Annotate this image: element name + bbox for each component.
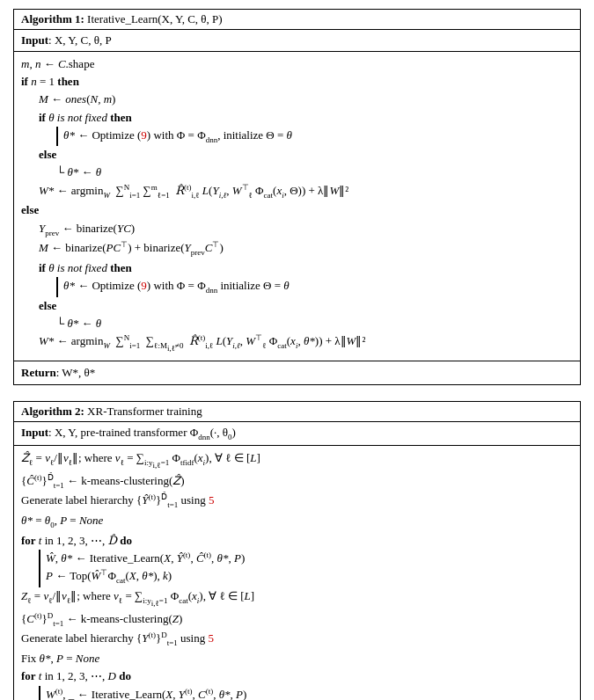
algo2-line-12: for t in 1, 2, 3, ⋯, D do [21, 667, 573, 685]
algo2-line-9: {C(t)}Dt=1 ← k-means-clustering(Z) [21, 610, 573, 631]
algorithm-2-box: Algorithm 2: XR-Transformer training Inp… [13, 401, 581, 700]
algo2-title-bold: Algorithm 2: [21, 405, 84, 418]
algo1-line-3: M ← ones(N, m) [21, 91, 573, 108]
algo2-line-7: P ← Top(Ŵ⊤Φcat(X, θ*), k) [21, 567, 573, 587]
algo1-line-10: Yprev ← binarize(YC) [21, 220, 573, 240]
algo1-line-9: else [21, 201, 573, 219]
algorithm-1-box: Algorithm 1: Iterative_Learn(X, Y, C, θ,… [13, 9, 581, 385]
algo2-line-3: Generate label hierarchy {Ŷ(t)}D̂t=1 usi… [21, 492, 573, 512]
algo2-line-10: Generate label hierarchy {Y(t)}Dt=1 usin… [21, 630, 573, 650]
algo1-input-label: Input [21, 32, 48, 49]
algo1-title-bold: Algorithm 1: [21, 12, 84, 26]
algo1-line-16: W* ← argminW ∑Ni=1 ∑ℓ:Mi,ℓ≠0 R̂(t)i,ℓ L(… [21, 332, 573, 355]
algo2-line-4: θ* = θ0, P = None [21, 512, 573, 532]
algo1-line-13: θ* ← Optimize (9) with Φ = Φdnn initiali… [21, 277, 573, 297]
algo2-line-11: Fix θ*, P = None [21, 650, 573, 667]
algo2-line-6: Ŵ, θ* ← Iterative_Learn(X, Ŷ(t), Ĉ(t), θ… [21, 550, 573, 567]
algo2-input-content: : X, Y, pre-trained transformer Φdnn(·, … [48, 424, 236, 444]
algo2-line-2: {Ĉ(t)}D̂t=1 ← k-means-clustering(Ẑ) [21, 472, 573, 492]
algo1-line-7: └ θ* ← θ [21, 164, 573, 181]
algo2-input-label: Input [21, 424, 48, 441]
algo1-line-11: M ← binarize(PC⊤) + binarize(YprevC⊤) [21, 239, 573, 259]
algo1-return-label: Return [21, 364, 56, 382]
algorithm-1-header: Algorithm 1: Iterative_Learn(X, Y, C, θ,… [14, 10, 580, 30]
algo1-title-rest: Iterative_Learn(X, Y, C, θ, P) [84, 12, 223, 26]
algo1-line-6: else [21, 146, 573, 164]
algo2-line-1: Ẑℓ = vℓ/‖vℓ‖; where vℓ = ∑i:yi,ℓ=1 Φtfid… [21, 449, 573, 471]
algo1-return-content: : W*, θ* [56, 364, 96, 382]
algo1-line-2: if n = 1 then [21, 73, 573, 91]
algo1-input-content: : X, Y, C, θ, P [48, 32, 112, 49]
algo1-line-4: if θ is not fixed then [21, 109, 573, 127]
algo1-line-8: W* ← argminW ∑Ni=1 ∑mℓ=1 R̂(t)i,ℓ L(Yi,ℓ… [21, 182, 573, 202]
algo2-line-8: Zℓ = vℓ/‖vℓ‖; where vℓ = ∑i:yi,ℓ=1 Φcat(… [21, 587, 573, 609]
algo2-title-rest: XR-Transformer training [84, 405, 202, 418]
algo2-input-row: Input : X, Y, pre-trained transformer Φd… [14, 422, 580, 447]
algo1-line-1: m, n ← C.shape [21, 55, 573, 73]
algo1-line-5: θ* ← Optimize (9) with Φ = Φdnn, initial… [21, 127, 573, 147]
algo1-line-15: └ θ* ← θ [21, 315, 573, 332]
algo1-body: m, n ← C.shape if n = 1 then M ← ones(N,… [14, 52, 580, 360]
algo2-line-5: for t in 1, 2, 3, ⋯, D̂ do [21, 532, 573, 550]
algorithm-2-header: Algorithm 2: XR-Transformer training [14, 402, 580, 422]
algo2-line-13: W(t), _ ← Iterative_Learn(X, Y(t), C(t),… [21, 686, 573, 700]
algo2-body: Ẑℓ = vℓ/‖vℓ‖; where vℓ = ∑i:yi,ℓ=1 Φtfid… [14, 446, 580, 700]
algo1-return-row: Return : W*, θ* [14, 361, 580, 384]
algo1-line-14: else [21, 297, 573, 315]
algo1-line-12: if θ is not fixed then [21, 259, 573, 277]
algo1-input-row: Input : X, Y, C, θ, P [14, 30, 580, 52]
